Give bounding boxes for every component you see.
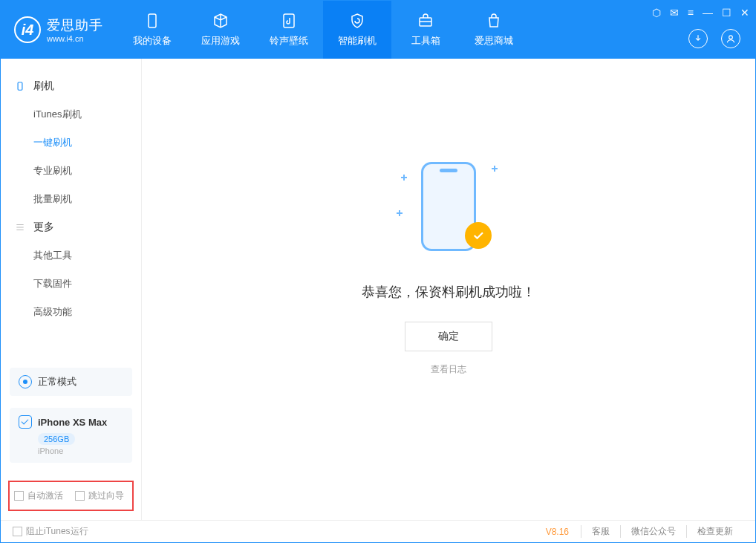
account-button[interactable] <box>721 29 740 48</box>
nav-label: 工具箱 <box>411 34 440 48</box>
window-controls: ⬡ ✉ ≡ — ☐ ✕ <box>652 7 749 19</box>
sidebar-item-advanced[interactable]: 高级功能 <box>1 298 141 326</box>
block-itunes-checkbox[interactable]: 阻止iTunes运行 <box>13 525 88 538</box>
svg-rect-0 <box>149 14 156 27</box>
nav-apps-games[interactable]: 应用游戏 <box>186 1 255 59</box>
success-illustration <box>397 158 501 262</box>
footer-link-wechat[interactable]: 微信公众号 <box>620 525 686 538</box>
music-file-icon <box>280 12 298 30</box>
checkbox-label: 跳过向导 <box>88 490 124 502</box>
logo-icon: i4 <box>14 16 41 43</box>
sidebar-item-itunes-flash[interactable]: iTunes刷机 <box>1 100 141 129</box>
success-message: 恭喜您，保资料刷机成功啦！ <box>362 283 535 301</box>
feedback-icon[interactable]: ✉ <box>670 7 679 19</box>
mode-label: 正常模式 <box>38 375 76 388</box>
refresh-shield-icon <box>348 12 366 30</box>
main-panel: 恭喜您，保资料刷机成功啦！ 确定 查看日志 <box>142 59 755 520</box>
download-button[interactable] <box>688 29 708 48</box>
cube-icon <box>212 12 229 30</box>
nav-label: 智能刷机 <box>338 34 377 48</box>
sidebar-group-more: 更多 <box>1 213 141 241</box>
nav-ring-wall[interactable]: 铃声壁纸 <box>255 1 323 59</box>
sidebar: 刷机 iTunes刷机 一键刷机 专业刷机 批量刷机 更多 其他工具 下载固件 … <box>1 59 142 520</box>
confirm-button[interactable]: 确定 <box>405 322 492 351</box>
nav-my-device[interactable]: 我的设备 <box>118 1 186 59</box>
mode-card[interactable]: 正常模式 <box>10 368 132 396</box>
sidebar-item-pro-flash[interactable]: 专业刷机 <box>1 157 141 185</box>
device-check-icon <box>19 415 32 429</box>
footer-link-update[interactable]: 检查更新 <box>686 525 743 538</box>
sidebar-item-batch-flash[interactable]: 批量刷机 <box>1 185 141 213</box>
app-name: 爱思助手 <box>47 16 103 34</box>
sidebar-item-download-fw[interactable]: 下载固件 <box>1 270 141 298</box>
mode-icon <box>19 375 32 388</box>
close-button[interactable]: ✕ <box>740 7 749 19</box>
skip-guide-checkbox[interactable]: 跳过向导 <box>75 490 124 502</box>
app-url: www.i4.cn <box>47 34 103 43</box>
toolbox-icon <box>417 12 434 30</box>
list-icon <box>14 221 26 233</box>
sidebar-group-label: 更多 <box>33 221 54 234</box>
svg-rect-4 <box>18 82 22 91</box>
sidebar-item-one-key-flash[interactable]: 一键刷机 <box>1 129 141 157</box>
footer-link-service[interactable]: 客服 <box>581 525 620 538</box>
device-icon <box>143 12 161 30</box>
device-capacity: 256GB <box>38 433 75 445</box>
nav-label: 应用游戏 <box>201 34 240 48</box>
top-nav: 我的设备 应用游戏 铃声壁纸 智能刷机 工具箱 爱思商城 <box>118 1 528 59</box>
version-label: V8.16 <box>546 527 569 537</box>
check-badge-icon <box>465 222 492 249</box>
nav-label: 铃声壁纸 <box>270 34 308 48</box>
sidebar-item-other-tools[interactable]: 其他工具 <box>1 241 141 270</box>
nav-store[interactable]: 爱思商城 <box>460 1 528 59</box>
device-name: iPhone XS Max <box>38 417 107 428</box>
auto-activate-checkbox[interactable]: 自动激活 <box>14 490 63 502</box>
nav-toolbox[interactable]: 工具箱 <box>391 1 460 59</box>
app-header: i4 爱思助手 www.i4.cn 我的设备 应用游戏 铃声壁纸 智能刷机 工具… <box>1 1 755 59</box>
svg-rect-1 <box>284 14 294 27</box>
logo-block: i4 爱思助手 www.i4.cn <box>1 1 118 59</box>
device-type: iPhone <box>38 446 123 455</box>
bag-icon <box>485 12 503 30</box>
svg-point-3 <box>729 36 733 39</box>
activation-options: 自动激活 跳过向导 <box>8 481 134 511</box>
sidebar-group-label: 刷机 <box>33 79 54 93</box>
minimize-button[interactable]: — <box>703 7 713 19</box>
view-log-link[interactable]: 查看日志 <box>431 363 466 376</box>
menu-icon[interactable]: ≡ <box>688 7 694 19</box>
footer: 阻止iTunes运行 V8.16 客服 微信公众号 检查更新 <box>1 520 755 542</box>
device-card[interactable]: iPhone XS Max 256GB iPhone <box>10 408 132 463</box>
nav-label: 我的设备 <box>133 34 172 48</box>
nav-smart-flash[interactable]: 智能刷机 <box>323 1 391 59</box>
checkbox-label: 自动激活 <box>27 490 63 502</box>
phone-icon <box>14 80 26 92</box>
checkbox-label: 阻止iTunes运行 <box>26 525 88 538</box>
shirt-icon[interactable]: ⬡ <box>652 7 661 19</box>
sidebar-group-flash: 刷机 <box>1 72 141 100</box>
maximize-button[interactable]: ☐ <box>722 7 731 19</box>
nav-label: 爱思商城 <box>475 34 513 48</box>
